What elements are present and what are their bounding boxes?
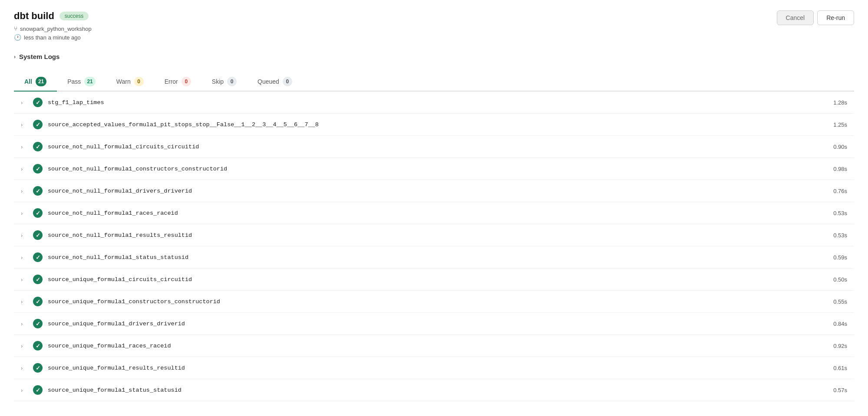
result-name: source_not_null_formula1_status_statusid: [48, 254, 820, 261]
table-row[interactable]: ›source_unique_formula1_results_resultid…: [14, 357, 854, 379]
table-row[interactable]: ›source_not_null_formula1_drivers_driver…: [14, 180, 854, 202]
tab-queued[interactable]: Queued0: [247, 72, 303, 92]
tab-badge: 0: [182, 77, 191, 86]
tab-label: Pass: [67, 78, 81, 85]
chevron-right-icon: ›: [21, 365, 28, 371]
table-row[interactable]: ›source_unique_formula1_circuits_circuit…: [14, 269, 854, 291]
timestamp-meta: 🕐 less than a minute ago: [14, 34, 92, 41]
tab-pass[interactable]: Pass21: [57, 72, 106, 92]
success-icon: [33, 142, 43, 151]
result-name: source_unique_formula1_drivers_driverid: [48, 321, 820, 327]
cancel-button[interactable]: Cancel: [777, 10, 814, 25]
table-row[interactable]: ›source_not_null_formula1_circuits_circu…: [14, 136, 854, 158]
result-time: 0.90s: [825, 144, 847, 150]
chevron-right-icon: ›: [21, 298, 28, 305]
system-logs-toggle[interactable]: › System Logs: [14, 51, 854, 62]
result-name: source_accepted_values_formula1_pit_stop…: [48, 121, 820, 128]
success-icon: [33, 186, 43, 196]
success-icon: [33, 341, 43, 350]
table-row[interactable]: ›source_unique_formula1_constructors_con…: [14, 291, 854, 313]
result-time: 0.57s: [825, 387, 847, 393]
result-time: 0.76s: [825, 188, 847, 194]
success-icon: [33, 252, 43, 262]
table-row[interactable]: ›source_accepted_values_formula1_pit_sto…: [14, 114, 854, 136]
table-row[interactable]: ›stg_f1_lap_times1.28s: [14, 92, 854, 114]
chevron-right-icon: ›: [21, 188, 28, 194]
result-name: source_unique_formula1_results_resultid: [48, 365, 820, 371]
title-row: dbt build success: [14, 10, 92, 22]
project-name: snowpark_python_workshop: [20, 26, 92, 32]
chevron-right-icon: ›: [21, 343, 28, 349]
result-time: 1.25s: [825, 121, 847, 128]
project-meta: ⑂ snowpark_python_workshop: [14, 25, 92, 32]
success-icon: [33, 164, 43, 174]
result-time: 0.84s: [825, 321, 847, 327]
table-row[interactable]: ›source_not_null_formula1_constructors_c…: [14, 158, 854, 180]
chevron-right-icon: ›: [21, 210, 28, 216]
success-icon: [33, 319, 43, 328]
success-icon: [33, 297, 43, 306]
result-time: 1.28s: [825, 99, 847, 106]
chevron-right-icon: ›: [21, 232, 28, 239]
table-row[interactable]: ›source_not_null_formula1_races_raceid0.…: [14, 202, 854, 224]
result-name: source_not_null_formula1_circuits_circui…: [48, 144, 820, 150]
result-name: source_not_null_formula1_results_resulti…: [48, 232, 820, 239]
clock-icon: 🕐: [14, 34, 21, 41]
result-name: source_unique_formula1_constructors_cons…: [48, 298, 820, 305]
result-name: source_unique_formula1_status_statusid: [48, 387, 820, 393]
tab-error[interactable]: Error0: [154, 72, 201, 92]
result-time: 0.53s: [825, 210, 847, 216]
result-name: source_not_null_formula1_drivers_driveri…: [48, 188, 820, 194]
tab-label: Error: [165, 78, 178, 85]
tab-badge: 0: [283, 77, 292, 86]
result-name: source_not_null_formula1_races_raceid: [48, 210, 820, 216]
chevron-right-icon: ›: [21, 321, 28, 327]
tab-label: Warn: [116, 78, 131, 85]
chevron-right-icon: ›: [21, 121, 28, 128]
tab-label: All: [24, 78, 32, 85]
meta-row: ⑂ snowpark_python_workshop 🕐 less than a…: [14, 25, 92, 41]
tab-warn[interactable]: Warn0: [106, 72, 154, 92]
result-name: stg_f1_lap_times: [48, 99, 820, 106]
tab-badge: 0: [134, 77, 144, 86]
chevron-right-icon: ›: [21, 387, 28, 393]
result-name: source_unique_formula1_circuits_circuiti…: [48, 276, 820, 283]
result-time: 0.50s: [825, 276, 847, 283]
result-time: 0.92s: [825, 343, 847, 349]
system-logs-section: › System Logs: [14, 51, 854, 62]
success-icon: [33, 363, 43, 373]
chevron-right-icon: ›: [21, 144, 28, 150]
tab-skip[interactable]: Skip0: [201, 72, 247, 92]
tab-badge: 21: [36, 77, 46, 86]
header-left: dbt build success ⑂ snowpark_python_work…: [14, 10, 92, 41]
rerun-button[interactable]: Re-run: [817, 10, 854, 25]
chevron-right-icon: ›: [21, 254, 28, 261]
header-buttons: Cancel Re-run: [777, 10, 854, 25]
result-time: 0.59s: [825, 254, 847, 261]
chevron-right-icon: ›: [21, 166, 28, 172]
status-badge: success: [59, 12, 89, 20]
table-row[interactable]: ›source_unique_formula1_drivers_driverid…: [14, 313, 854, 335]
result-time: 0.98s: [825, 166, 847, 172]
success-icon: [33, 275, 43, 284]
tab-label: Queued: [257, 78, 279, 85]
tab-label: Skip: [212, 78, 224, 85]
table-row[interactable]: ›source_not_null_formula1_results_result…: [14, 224, 854, 246]
page-title: dbt build: [14, 10, 54, 22]
chevron-right-icon: ›: [21, 99, 28, 106]
tabs-row: All21Pass21Warn0Error0Skip0Queued0: [14, 72, 854, 92]
table-row[interactable]: ›source_unique_formula1_status_statusid0…: [14, 379, 854, 401]
table-row[interactable]: ›source_not_null_formula1_status_statusi…: [14, 246, 854, 269]
result-time: 0.61s: [825, 365, 847, 371]
success-icon: [33, 120, 43, 129]
result-name: source_not_null_formula1_constructors_co…: [48, 166, 820, 172]
results-list: ›stg_f1_lap_times1.28s›source_accepted_v…: [14, 92, 854, 401]
table-row[interactable]: ›source_unique_formula1_races_raceid0.92…: [14, 335, 854, 357]
success-icon: [33, 385, 43, 395]
system-logs-label: System Logs: [19, 53, 59, 60]
tab-all[interactable]: All21: [14, 72, 57, 92]
page-header: dbt build success ⑂ snowpark_python_work…: [14, 10, 854, 41]
success-icon: [33, 98, 43, 107]
result-time: 0.55s: [825, 298, 847, 305]
success-icon: [33, 208, 43, 218]
